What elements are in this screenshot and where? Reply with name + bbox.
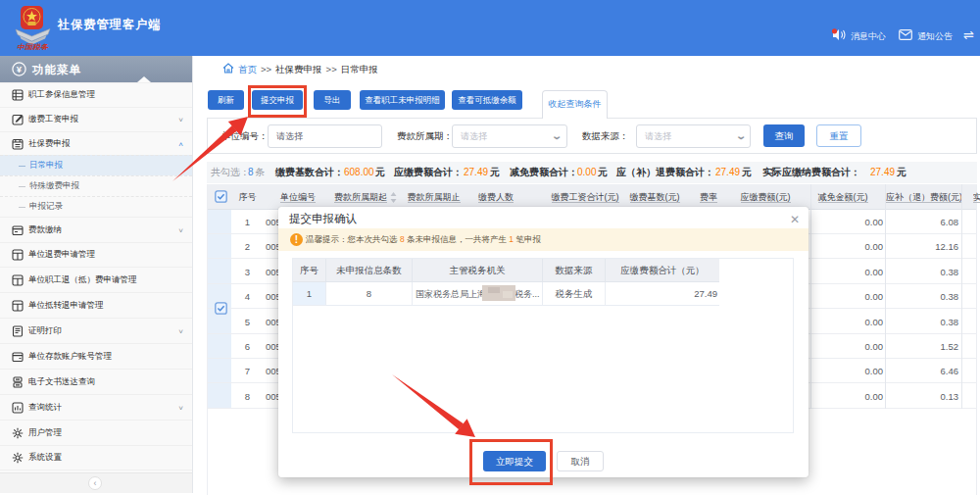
svg-text:中国税务: 中国税务	[17, 43, 49, 51]
svg-text:¥: ¥	[17, 64, 23, 74]
